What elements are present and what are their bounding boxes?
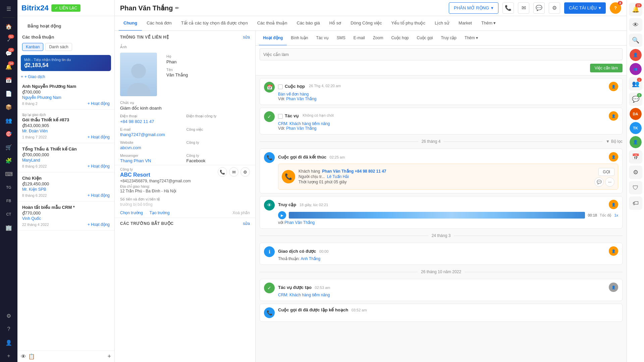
- meeting-checkbox[interactable]: [278, 84, 283, 89]
- deal-card[interactable]: Tổng Thầu & Thiết kế Căn ₫700,000,000 Ma…: [17, 143, 114, 172]
- user-avatar-2[interactable]: 👥: [630, 63, 642, 75]
- sidebar-bottom-icon1[interactable]: 👁: [21, 354, 26, 360]
- company-email-icon[interactable]: ✉: [229, 167, 238, 177]
- notification-panel-icon[interactable]: 🔔29: [629, 3, 642, 16]
- kanban-view-button[interactable]: Kanban: [22, 43, 43, 51]
- deal-card[interactable]: lặp lại giao dịch Gói thầu Thiết kế #873…: [17, 110, 114, 143]
- puzzle-icon[interactable]: 🧩: [3, 155, 15, 167]
- phone-button[interactable]: 📞: [502, 2, 514, 14]
- call-button[interactable]: GỌI: [598, 168, 614, 176]
- deal-card[interactable]: Anh Nguyễn Phương Nam ₫700,000 Nguyễn Ph…: [17, 80, 114, 110]
- user-profile-icon[interactable]: 👤: [3, 337, 15, 349]
- add-icon[interactable]: +: [3, 350, 15, 362]
- info-with-name[interactable]: Anh Thắng: [301, 256, 320, 261]
- messenger-value[interactable]: Thang Phan VN: [120, 158, 184, 163]
- settings-panel-icon[interactable]: ⚙: [629, 166, 642, 179]
- users-panel-icon[interactable]: 👥1: [629, 77, 642, 90]
- user-avatar-1[interactable]: 👤: [630, 49, 642, 61]
- home-icon[interactable]: 🏠: [3, 20, 15, 33]
- chat-icon[interactable]: 💬15: [3, 47, 15, 59]
- deal-card[interactable]: Chú Kiện ₫129,450,000 Mr. Kiện SPB 8 thá…: [17, 172, 114, 201]
- menu-icon[interactable]: ☰: [3, 3, 15, 15]
- task-checkbox[interactable]: [278, 114, 283, 119]
- activity-tab-truy-cap[interactable]: Truy cập: [437, 31, 461, 46]
- company-more-icon[interactable]: ⚙: [240, 167, 250, 177]
- deal-card[interactable]: Hoàn tất biểu mẫu CRM * ₫770,000 Vinh Qu…: [17, 201, 114, 231]
- activity-button[interactable]: + Hoạt động: [88, 101, 110, 106]
- list-view-button[interactable]: Danh sách: [45, 43, 72, 51]
- add-deal-button[interactable]: + + Giao dịch: [17, 73, 114, 80]
- choose-field-button[interactable]: Chọn trường: [120, 210, 143, 216]
- user-avatar-green[interactable]: 👤: [630, 136, 642, 148]
- tab-ho-so[interactable]: Hồ sơ: [325, 16, 346, 31]
- flag-panel-icon[interactable]: 🏷: [629, 196, 642, 210]
- task-button[interactable]: Việc cần làm: [590, 64, 623, 72]
- settings-button[interactable]: ⚙: [549, 2, 560, 14]
- handler-name[interactable]: Lê Tuấn Hải: [327, 174, 349, 179]
- shield-panel-icon[interactable]: 🛡: [629, 181, 642, 194]
- docs-button[interactable]: CÁC TÀI LIỆU ▾: [564, 2, 606, 14]
- tab-lich-su[interactable]: Lịch sử: [430, 16, 454, 31]
- cart-icon[interactable]: 🛒: [3, 141, 15, 153]
- customer-name[interactable]: Phan Văn Thắng +84 98 802 11 47: [322, 169, 386, 174]
- activity-button[interactable]: + Hoạt động: [88, 164, 110, 169]
- access-with-name[interactable]: Phan Văn Thắng: [284, 220, 315, 225]
- delete-field-button[interactable]: Xoá phần: [232, 210, 250, 216]
- email-value[interactable]: thang7247@gmail.com: [120, 132, 184, 137]
- calendar-panel-icon[interactable]: 📅: [629, 150, 642, 164]
- tab-dong-cong-viec[interactable]: Dòng Công việc: [346, 16, 386, 31]
- meeting-subtitle[interactable]: Bàn về đơn hàng: [278, 92, 618, 97]
- settings-icon[interactable]: ⚙: [3, 310, 15, 322]
- tasks-icon[interactable]: ✓52: [3, 34, 15, 46]
- activity-tab-hoat-dong[interactable]: Hoạt động: [259, 31, 287, 46]
- task-with-name[interactable]: Phan Văn Thắng: [286, 126, 316, 131]
- alert-icon[interactable]: 🔔14: [3, 61, 15, 73]
- speed-value[interactable]: 1x: [614, 213, 618, 217]
- tab-market[interactable]: Market: [454, 16, 477, 31]
- activity-button[interactable]: + Hoạt động: [88, 222, 110, 227]
- search-panel-icon[interactable]: 🔍: [629, 34, 642, 47]
- connect-button[interactable]: ✓ LIÊN LẠC: [51, 4, 80, 12]
- activity-tab-more[interactable]: Thêm ▾: [461, 31, 482, 46]
- play-button[interactable]: ▶: [278, 211, 286, 219]
- activity-input[interactable]: [260, 48, 623, 60]
- company-phone-icon[interactable]: 📞: [218, 167, 227, 177]
- email-button[interactable]: ✉: [518, 2, 529, 14]
- tab-chung[interactable]: Chung: [119, 16, 142, 31]
- box-icon[interactable]: 📦: [3, 101, 15, 113]
- call-more-icon[interactable]: ···: [605, 177, 614, 187]
- activity-tab-sms[interactable]: SMS: [333, 31, 350, 46]
- activity-tab-binh-luan[interactable]: Bình luận: [287, 31, 312, 46]
- tab-yeu-to[interactable]: Yếu tố phụ thuộc: [387, 16, 430, 31]
- filter-button[interactable]: ▼ Bộ lọc: [606, 139, 623, 144]
- phone-value[interactable]: +84 98 802 11 47: [120, 119, 184, 124]
- CT-label[interactable]: CT: [3, 208, 15, 220]
- tab-tuy-chon[interactable]: Tất cả các tùy chọn đã được chọn: [176, 16, 253, 31]
- eye-panel-icon[interactable]: 👁: [629, 18, 642, 32]
- tab-hoa-don[interactable]: Các hoá đơn: [142, 16, 176, 31]
- task-subtitle[interactable]: CRM: Khách hàng tiềm năng: [278, 121, 618, 126]
- user-avatar-DA[interactable]: DA: [630, 108, 642, 120]
- activity-tab-cuoc-goi[interactable]: Cuộc gọi: [413, 31, 437, 46]
- activity-tab-email[interactable]: E-mail: [350, 31, 369, 46]
- edit-icon[interactable]: ✏: [175, 5, 179, 11]
- activity-tab-zoom[interactable]: Zoom: [369, 31, 387, 46]
- call-comment-icon[interactable]: 💬: [594, 177, 604, 187]
- activity-button[interactable]: + Hoạt động: [88, 135, 110, 139]
- task-created-subtitle[interactable]: CRM: Khách hàng tiềm năng: [278, 293, 618, 297]
- tab-more[interactable]: Thêm ▾: [477, 16, 500, 31]
- TG-label[interactable]: TG: [3, 181, 15, 193]
- section-edit-button[interactable]: sửa: [243, 35, 250, 40]
- website-value[interactable]: abcvn.com: [120, 145, 184, 150]
- meeting-with-name[interactable]: Phan Văn Thắng: [286, 97, 316, 101]
- code-icon[interactable]: ⌨: [3, 168, 15, 180]
- user-avatar-TK[interactable]: TK: [630, 122, 642, 134]
- question-icon[interactable]: ?: [3, 323, 15, 335]
- building-icon[interactable]: 🏢: [3, 222, 15, 234]
- sidebar-add-btn[interactable]: +: [107, 353, 111, 360]
- target-icon[interactable]: 🎯: [3, 128, 15, 140]
- activity-tab-tac-vu[interactable]: Tác vụ: [312, 31, 332, 46]
- tab-bao-gia[interactable]: Các báo giá: [292, 16, 324, 31]
- chat-button[interactable]: 💬: [533, 2, 545, 14]
- activity-tab-cuoc-hop[interactable]: Cuộc họp: [387, 31, 413, 46]
